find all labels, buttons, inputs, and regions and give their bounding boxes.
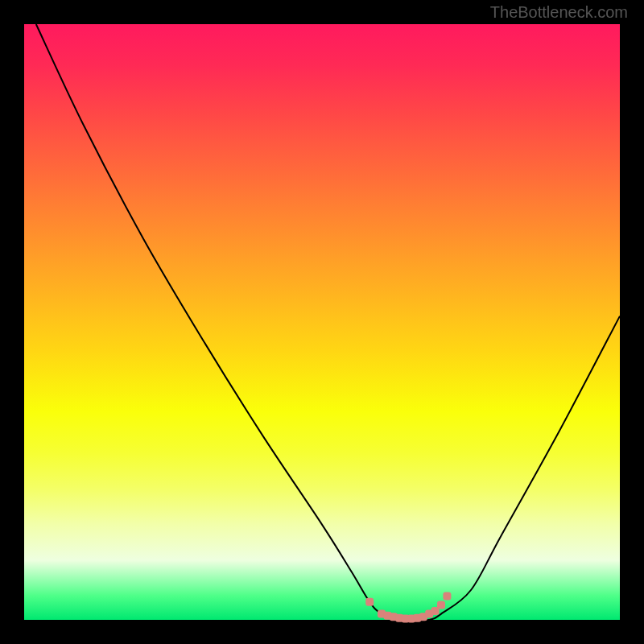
watermark-text: TheBottleneck.com [490, 3, 628, 22]
bottleneck-curve [36, 24, 620, 621]
svg-rect-0 [365, 598, 374, 606]
valley-markers [365, 592, 451, 622]
curve-svg [24, 24, 620, 620]
svg-rect-12 [443, 592, 451, 600]
svg-rect-11 [437, 601, 445, 609]
plot-area [24, 24, 620, 620]
